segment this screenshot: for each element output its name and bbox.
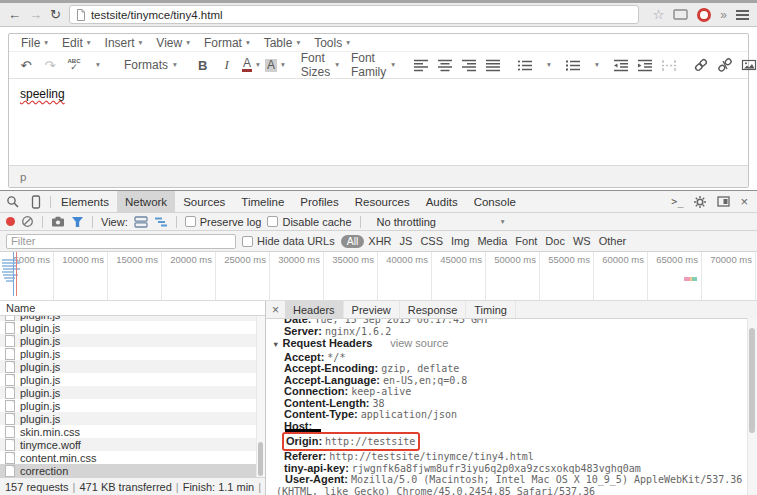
formats-dropdown[interactable]: Formats▾ — [118, 58, 183, 72]
menu-view[interactable]: View▾ — [151, 36, 199, 50]
tab-audits[interactable]: Audits — [418, 191, 466, 212]
filter-type-media[interactable]: Media — [477, 235, 507, 247]
align-right-button[interactable] — [457, 54, 481, 76]
filter-type-doc[interactable]: Doc — [545, 235, 565, 247]
bullet-list-button[interactable] — [513, 54, 537, 76]
close-devtools-icon[interactable]: × — [740, 195, 748, 208]
request-row[interactable]: plugin.js — [0, 412, 265, 425]
numbered-list-button[interactable] — [561, 54, 585, 76]
align-left-button[interactable] — [409, 54, 433, 76]
extensions-overflow-icon[interactable]: » — [720, 8, 727, 22]
filter-type-all[interactable]: All — [341, 235, 365, 248]
request-row[interactable]: plugin.js — [0, 347, 265, 360]
menu-tools[interactable]: Tools▾ — [309, 36, 359, 50]
disable-cache-checkbox[interactable]: Disable cache — [267, 216, 351, 228]
request-row[interactable]: plugin.js — [0, 360, 265, 373]
background-color-button[interactable]: A▾ — [263, 54, 287, 76]
request-row[interactable]: plugin.js — [0, 386, 265, 399]
misspelled-word[interactable]: speeling — [20, 87, 65, 101]
address-bar[interactable]: testsite/tinymce/tiny4.html — [69, 5, 639, 24]
request-row[interactable]: plugin.js — [0, 373, 265, 386]
scrollbar-thumb[interactable] — [749, 328, 755, 433]
menu-format[interactable]: Format▾ — [199, 36, 259, 50]
tab-profiles[interactable]: Profiles — [292, 191, 346, 212]
scrollbar-thumb[interactable] — [258, 442, 263, 476]
view-source-link[interactable]: view source — [390, 337, 448, 349]
menu-insert[interactable]: Insert▾ — [100, 36, 152, 50]
cast-icon[interactable] — [673, 9, 688, 20]
tab-resources[interactable]: Resources — [347, 191, 418, 212]
show-overview-icon[interactable] — [154, 216, 168, 228]
request-row[interactable]: plugin.js — [0, 399, 265, 412]
tab-console[interactable]: Console — [466, 191, 524, 212]
text-color-button[interactable]: A▾ — [239, 54, 263, 76]
name-column-header[interactable]: Name — [0, 301, 265, 316]
camera-icon[interactable] — [51, 216, 65, 227]
throttling-select[interactable]: No throttling▾ — [369, 216, 511, 228]
filter-type-img[interactable]: Img — [451, 235, 469, 247]
details-scrollbar[interactable] — [747, 318, 757, 495]
spellcheck-button[interactable]: ABC✓ — [62, 54, 86, 76]
request-row[interactable]: plugin.js — [0, 321, 265, 334]
filter-type-other[interactable]: Other — [599, 235, 627, 247]
request-row[interactable]: plugin.js — [0, 334, 265, 347]
insert-image-button[interactable] — [737, 54, 757, 76]
request-row[interactable]: tinymce.woff — [0, 438, 265, 451]
details-tab-headers[interactable]: Headers — [285, 301, 344, 318]
filter-type-font[interactable]: Font — [515, 235, 537, 247]
tab-timeline[interactable]: Timeline — [233, 191, 292, 212]
insert-link-button[interactable] — [689, 54, 713, 76]
details-tab-timing[interactable]: Timing — [466, 301, 516, 318]
filter-type-css[interactable]: CSS — [420, 235, 443, 247]
menu-table[interactable]: Table▾ — [259, 36, 309, 50]
bold-button[interactable]: B — [191, 54, 215, 76]
clear-icon[interactable] — [21, 215, 34, 228]
tab-network[interactable]: Network — [117, 191, 175, 212]
request-row[interactable]: skin.min.css — [0, 425, 265, 438]
tab-elements[interactable]: Elements — [53, 191, 117, 212]
large-rows-icon[interactable] — [134, 216, 148, 228]
dock-side-icon[interactable] — [717, 196, 730, 207]
request-row[interactable]: content.min.css — [0, 451, 265, 464]
editor-content-area[interactable]: speeling — [9, 79, 748, 165]
outdent-button[interactable] — [609, 54, 633, 76]
italic-button[interactable]: I — [215, 54, 239, 76]
inspect-element-button[interactable] — [0, 195, 24, 208]
menu-edit[interactable]: Edit▾ — [57, 36, 99, 50]
filter-input[interactable] — [6, 234, 236, 249]
record-extension-icon[interactable] — [697, 8, 711, 22]
bookmark-star-icon[interactable]: ☆ — [653, 8, 665, 21]
filter-type-xhr[interactable]: XHR — [368, 235, 391, 247]
element-path[interactable]: p — [20, 171, 26, 183]
details-tab-response[interactable]: Response — [400, 301, 467, 318]
close-details-icon[interactable]: × — [266, 303, 285, 317]
request-row[interactable]: correction — [0, 464, 265, 477]
spellcheck-menu-button[interactable]: ▾ — [86, 54, 110, 76]
requests-scrollbar[interactable] — [256, 316, 265, 477]
back-icon[interactable]: ← — [8, 8, 21, 21]
reload-icon[interactable]: ↻ — [50, 8, 61, 21]
filter-type-ws[interactable]: WS — [573, 235, 591, 247]
hide-data-urls-checkbox[interactable]: Hide data URLs — [242, 235, 335, 247]
numbered-list-menu-button[interactable]: ▾ — [585, 54, 609, 76]
record-icon[interactable] — [6, 217, 15, 226]
preserve-log-checkbox[interactable]: Preserve log — [185, 216, 262, 228]
menu-file[interactable]: File▾ — [16, 36, 57, 50]
align-center-button[interactable] — [433, 54, 457, 76]
bullet-list-menu-button[interactable]: ▾ — [537, 54, 561, 76]
network-overview[interactable]: 5000 ms10000 ms15000 ms20000 ms25000 ms3… — [0, 252, 757, 301]
triangle-down-icon[interactable]: ▼ — [272, 340, 279, 349]
undo-button[interactable]: ↶ — [14, 54, 38, 76]
indent-button[interactable] — [633, 54, 657, 76]
console-drawer-icon[interactable]: >_ — [671, 196, 683, 207]
forward-icon[interactable]: → — [29, 8, 42, 21]
gear-icon[interactable] — [693, 195, 707, 209]
font-family-dropdown[interactable]: Font Family▾ — [345, 51, 401, 79]
device-mode-button[interactable] — [24, 195, 48, 209]
font-sizes-dropdown[interactable]: Font Sizes▾ — [295, 51, 345, 79]
align-justify-button[interactable] — [481, 54, 505, 76]
filter-type-js[interactable]: JS — [400, 235, 413, 247]
remove-link-button[interactable] — [713, 54, 737, 76]
tab-sources[interactable]: Sources — [175, 191, 233, 212]
details-tab-preview[interactable]: Preview — [344, 301, 400, 318]
